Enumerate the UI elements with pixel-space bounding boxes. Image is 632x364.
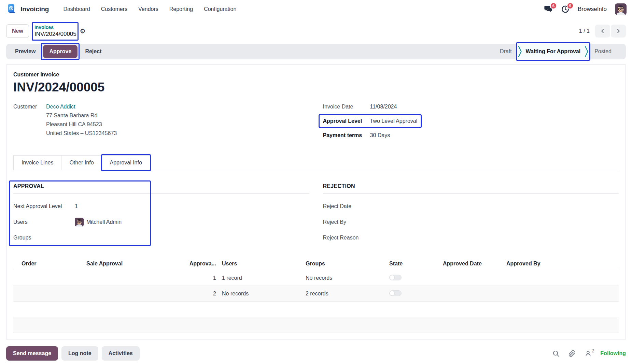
navbar-right: 6 5 BrowseInfo (544, 3, 627, 15)
status-posted[interactable]: Posted (589, 48, 617, 55)
control-panel: New Invoices INV/2024/00005 ⚙ 1 / 1 (0, 18, 632, 44)
approval-level-cell: 2 (181, 291, 217, 297)
messages-badge: 6 (550, 2, 557, 9)
users-value-name: Mitchell Admin (86, 219, 122, 225)
approve-button[interactable]: Approve (43, 45, 78, 58)
followers-icon[interactable]: 2 (585, 350, 594, 357)
menu-item-customers[interactable]: Customers (97, 4, 131, 14)
invoice-detail-fields: Invoice Date 11/08/2024 Approval Level T… (323, 102, 619, 145)
breadcrumb-current-record: INV/2024/00005 (34, 31, 76, 38)
users-cell: 1 record (217, 275, 301, 281)
table-row[interactable]: 2 No records 2 records (13, 286, 619, 302)
column-order: Order (13, 261, 78, 267)
rejection-group: REJECTION Reject Date Reject By Reject R… (323, 183, 619, 249)
status-waiting-label: Waiting For Approval (522, 48, 585, 55)
pager-previous-button[interactable] (595, 25, 610, 38)
user-menu[interactable]: BrowseInfo (578, 6, 607, 13)
table-row-empty (13, 302, 619, 317)
groups-cell: No records (301, 275, 385, 281)
invoicing-app-icon[interactable]: $ (5, 4, 17, 15)
gear-icon[interactable]: ⚙ (80, 27, 86, 35)
customer-address-line: 77 Santa Barbara Rd (46, 111, 117, 120)
menu-item-configuration[interactable]: Configuration (200, 4, 240, 14)
reject-date-label: Reject Date (323, 203, 384, 209)
menu-item-dashboard[interactable]: Dashboard (59, 4, 94, 14)
state-toggle[interactable] (389, 275, 402, 280)
reject-by-row: Reject By (323, 218, 619, 227)
record-action-buttons: Preview Approve Reject (10, 45, 106, 58)
tab-approval-info[interactable]: Approval Info (102, 155, 150, 170)
user-tag-avatar (75, 218, 84, 227)
column-sale-approval: Sale Approval (78, 261, 181, 267)
attachment-paperclip-icon[interactable] (568, 350, 576, 357)
activities-clock-icon[interactable]: 5 (561, 5, 570, 13)
invoice-date-row: Invoice Date 11/08/2024 (323, 102, 619, 111)
main-menu: Dashboard Customers Vendors Reporting Co… (59, 4, 240, 14)
next-approval-level-label: Next Approval Level (13, 203, 75, 209)
log-note-button[interactable]: Log note (61, 346, 98, 361)
chatter-bar: Send message Log note Activities 2 Follo… (6, 346, 626, 361)
user-avatar[interactable] (615, 3, 627, 15)
menu-item-vendors[interactable]: Vendors (134, 4, 163, 14)
column-approved-date: Approved Date (438, 261, 502, 267)
invoicing-app-page: $ Invoicing Dashboard Customers Vendors … (0, 0, 632, 364)
navbar-left: $ Invoicing Dashboard Customers Vendors … (5, 4, 240, 15)
next-approval-level-value[interactable]: 1 (75, 203, 78, 209)
breadcrumb-invoices-link[interactable]: Invoices (34, 25, 76, 30)
search-messages-icon[interactable] (552, 350, 560, 357)
new-button[interactable]: New (6, 24, 29, 38)
status-draft[interactable]: Draft (494, 48, 517, 55)
following-button[interactable]: Following (600, 350, 626, 356)
next-approval-level-row: Next Approval Level 1 (13, 202, 309, 211)
users-row: Users (13, 218, 309, 227)
invoice-form-sheet: Customer Invoice INV/2024/00005 Customer… (6, 64, 626, 339)
pager-next-button[interactable] (611, 25, 626, 38)
activities-button[interactable]: Activities (102, 346, 140, 361)
toggle-knob (390, 291, 395, 296)
users-value[interactable]: Mitchell Admin (75, 218, 122, 227)
send-message-button[interactable]: Send message (6, 346, 58, 361)
action-status-bar: Preview Approve Reject Draft Waiting For… (6, 44, 626, 59)
messages-icon[interactable]: 6 (544, 5, 553, 13)
status-pipeline: Draft Waiting For Approval Posted (494, 44, 617, 59)
reject-reason-label: Reject Reason (323, 235, 384, 241)
approval-level-label: Approval Level (323, 117, 370, 126)
followers-count: 2 (592, 349, 594, 353)
svg-text:$: $ (10, 6, 12, 10)
status-chevron-icon (518, 45, 522, 58)
top-navbar: $ Invoicing Dashboard Customers Vendors … (0, 0, 632, 18)
payment-terms-value[interactable]: 30 Days (370, 131, 390, 140)
groups-row: Groups (13, 233, 309, 242)
invoice-date-label: Invoice Date (323, 102, 370, 111)
approval-lines-table: Order Sale Approval Approva... Users Gro… (13, 257, 619, 333)
state-cell (385, 290, 438, 297)
menu-item-reporting[interactable]: Reporting (165, 4, 197, 14)
document-type-label: Customer Invoice (13, 72, 619, 78)
status-waiting-for-approval[interactable]: Waiting For Approval (517, 44, 589, 59)
preview-button[interactable]: Preview (10, 45, 40, 58)
groups-cell: 2 records (301, 291, 385, 297)
tab-invoice-lines[interactable]: Invoice Lines (13, 155, 61, 170)
reject-button[interactable]: Reject (80, 45, 106, 58)
approval-level-value[interactable]: Two Level Approval (370, 117, 418, 126)
notebook-tabs: Invoice Lines Other Info Approval Info (13, 155, 619, 170)
payment-terms-row: Payment terms 30 Days (323, 131, 619, 140)
customer-address-line: Pleasant Hill CA 94523 (46, 120, 117, 129)
users-label: Users (13, 219, 75, 225)
invoice-date-value[interactable]: 11/08/2024 (370, 102, 397, 111)
reject-reason-row: Reject Reason (323, 233, 619, 242)
table-row[interactable]: 1 1 record No records (13, 270, 619, 286)
activities-badge: 5 (567, 2, 574, 9)
column-groups: Groups (301, 261, 385, 267)
tab-other-info[interactable]: Other Info (61, 155, 102, 170)
app-name[interactable]: Invoicing (20, 5, 49, 13)
state-toggle[interactable] (389, 290, 402, 296)
customer-link[interactable]: Deco Addict (46, 104, 75, 110)
table-row-empty (13, 317, 619, 333)
reject-by-label: Reject By (323, 219, 384, 225)
approval-level-cell: 1 (181, 275, 217, 281)
rejection-group-title: REJECTION (323, 183, 619, 194)
table-header-row: Order Sale Approval Approva... Users Gro… (13, 257, 619, 270)
breadcrumb: Invoices INV/2024/00005 (34, 25, 76, 38)
invoice-header-fields: Customer Deco Addict 77 Santa Barbara Rd… (13, 102, 619, 145)
